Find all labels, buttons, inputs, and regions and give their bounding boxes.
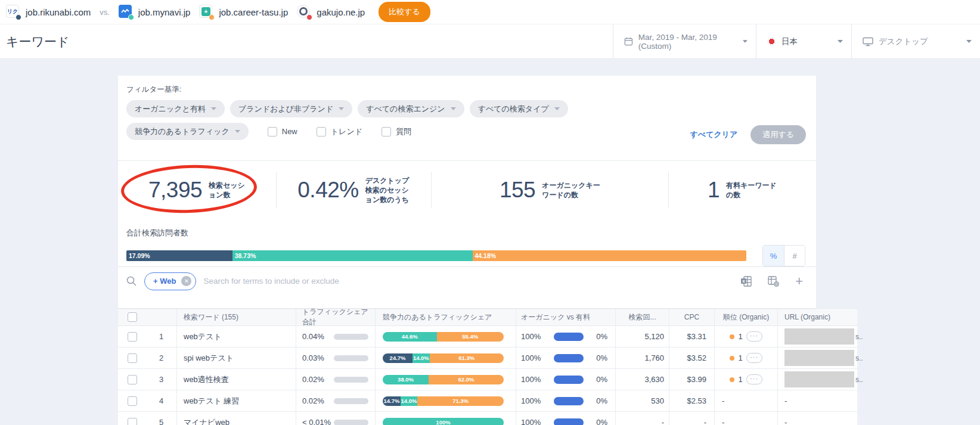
cell-keyword: spi webテスト [176, 348, 296, 368]
header-keyword[interactable]: 検索ワード (155) [176, 309, 296, 325]
cell-organic-vs-paid: 100%0% [516, 369, 615, 390]
header-traffic-share[interactable]: トラフィックシェア合計 [296, 309, 375, 325]
cell-checkbox [118, 348, 146, 368]
export-excel-button[interactable]: x [740, 276, 752, 287]
add-button[interactable]: + [795, 275, 803, 288]
keywords-card: フィルター基準: オーガニックと有料 ブランドおよび非ブランド すべての検索エン… [118, 76, 816, 308]
filter-competitive-traffic[interactable]: 競争力のあるトラフィック [126, 123, 249, 140]
terms-search-input[interactable] [203, 277, 454, 286]
apply-button[interactable]: 適用する [750, 125, 806, 144]
header-position[interactable]: 順位 (Organic) [714, 309, 777, 325]
cell-organic-vs-paid: 100%0% [516, 390, 615, 411]
cell-traffic-share: 0.02% [296, 369, 375, 390]
table-row: 2spi webテスト0.03%24.7%14.0%61.3%100%0%1,7… [118, 348, 857, 369]
filter-checkbox-trend[interactable]: トレンド [317, 126, 362, 137]
date-range-selector[interactable]: Mar, 2019 - Mar, 2019 (Custom) [613, 24, 756, 58]
filter-brand-nonbrand[interactable]: ブランドおよび非ブランド [230, 100, 352, 117]
filter-section: フィルター基準: オーガニックと有料 ブランドおよび非ブランド すべての検索エン… [118, 76, 816, 161]
web-filter-chip[interactable]: + Web ✕ [144, 272, 196, 290]
cell-index: 5 [146, 412, 176, 425]
filter-pill-label: ブランドおよび非ブランド [238, 104, 333, 114]
header-search-volume[interactable]: 検索回... [615, 309, 669, 325]
row-checkbox[interactable] [128, 375, 137, 384]
new-checkbox[interactable] [268, 127, 277, 137]
site-chip-mynavi[interactable]: job.mynavi.jp [119, 5, 191, 19]
svg-text:x: x [742, 278, 745, 284]
cell-cpc: - [669, 412, 714, 425]
cell-traffic-share: 0.04% [296, 326, 375, 347]
stats-row: 7,395 検索セッション数 0.42% デスクトップ検索のセッション数のうち … [118, 161, 816, 219]
header-url[interactable]: URL (Organic) [777, 309, 857, 325]
site-chip-career-tasu[interactable]: + job.career-tasu.jp [199, 5, 288, 19]
cell-traffic-share: 0.03% [296, 348, 375, 368]
excel-export-icon: x [740, 276, 752, 287]
table-settings-button[interactable] [768, 276, 779, 287]
stat-value: 7,395 [148, 178, 202, 203]
competitive-share-bar: 38.0%62.0% [383, 375, 504, 384]
question-checkbox[interactable] [382, 127, 391, 137]
chevron-down-icon [211, 107, 216, 110]
traffic-share-mini-bar [334, 334, 368, 340]
compare-button[interactable]: 比較する [379, 2, 430, 22]
cell-keyword: マイナビweb [176, 412, 296, 425]
chevron-down-icon [966, 40, 972, 43]
filter-checkbox-question[interactable]: 質問 [382, 126, 411, 137]
cell-organic-vs-paid: 100%0% [516, 348, 615, 368]
clear-all-button[interactable]: すべてクリア [690, 129, 738, 140]
competitive-share-bar: 14.7%14.0%71.3% [383, 396, 504, 406]
calendar-icon [624, 36, 633, 46]
select-all-checkbox[interactable] [128, 312, 137, 322]
site-color-dot [209, 14, 215, 20]
more-options-button[interactable]: ··· [746, 353, 762, 363]
filter-search-type[interactable]: すべての検索タイプ [470, 100, 568, 117]
checkbox-label: 質問 [396, 126, 411, 137]
trend-checkbox[interactable] [317, 127, 326, 137]
competitive-share-segment: 24.7% [383, 353, 413, 363]
site-name: job.rikunabi.com [26, 7, 91, 17]
cell-position: 1··· [714, 369, 777, 390]
row-checkbox[interactable] [128, 353, 137, 363]
filter-organic-paid[interactable]: オーガニックと有料 [126, 100, 225, 117]
table-row: 1webテスト0.04%44.6%55.4%100%0%5,120$3.311·… [118, 326, 857, 348]
header-organic-vs-paid[interactable]: オーガニック vs 有料 [516, 309, 615, 325]
header-competitive-share[interactable]: 競争力のあるトラフィックシェア [375, 309, 516, 325]
number-toggle-button[interactable]: # [784, 246, 805, 266]
site-name: gakujo.ne.jp [317, 7, 365, 17]
filter-checkbox-new[interactable]: New [268, 127, 297, 137]
cell-search-volume: 5,120 [615, 326, 669, 347]
stat-value: 155 [500, 178, 535, 203]
filter-search-engine[interactable]: すべての検索エンジン [358, 100, 464, 117]
country-value: 日本 [781, 36, 798, 47]
header-cpc[interactable]: CPC [669, 309, 714, 325]
table-body: 1webテスト0.04%44.6%55.4%100%0%5,120$3.311·… [118, 326, 857, 425]
row-checkbox[interactable] [128, 332, 137, 342]
stat-label: オーガニックキーワードの数 [542, 181, 600, 200]
position-dot [730, 377, 734, 382]
row-checkbox[interactable] [128, 418, 137, 425]
percent-toggle-button[interactable]: % [763, 246, 784, 266]
more-options-button[interactable]: ··· [746, 374, 762, 384]
country-selector[interactable]: 日本 [756, 24, 851, 58]
search-icon [126, 276, 137, 286]
row-checkbox[interactable] [128, 396, 137, 406]
site-chip-gakujo[interactable]: gakujo.ne.jp [297, 5, 365, 19]
total-traffic-title: 合計検索訪問者数 [126, 228, 805, 238]
header-checkbox-cell [118, 309, 146, 325]
site-name: job.career-tasu.jp [219, 7, 288, 17]
header-controls: Mar, 2019 - Mar, 2019 (Custom) 日本 デスクトップ [613, 24, 980, 58]
device-value: デスクトップ [879, 36, 928, 47]
cell-search-volume: 1,760 [615, 348, 669, 368]
traffic-share-mini-bar [334, 355, 368, 361]
remove-chip-icon[interactable]: ✕ [181, 276, 191, 286]
site-chip-rikunabi[interactable]: リク job.rikunabi.com [6, 5, 91, 19]
device-selector[interactable]: デスクトップ [851, 24, 980, 58]
site-color-dot [128, 14, 134, 20]
cell-index: 2 [146, 348, 176, 368]
desktop-icon [863, 37, 873, 46]
competitive-share-bar: 100% [383, 418, 504, 425]
stat-label: 有料キーワードの数 [726, 181, 777, 200]
cell-cpc: $3.99 [669, 369, 714, 390]
more-options-button[interactable]: ··· [746, 331, 762, 342]
date-range-value: Mar, 2019 - Mar, 2019 (Custom) [638, 33, 737, 51]
filter-pill-label: オーガニックと有料 [135, 104, 206, 114]
